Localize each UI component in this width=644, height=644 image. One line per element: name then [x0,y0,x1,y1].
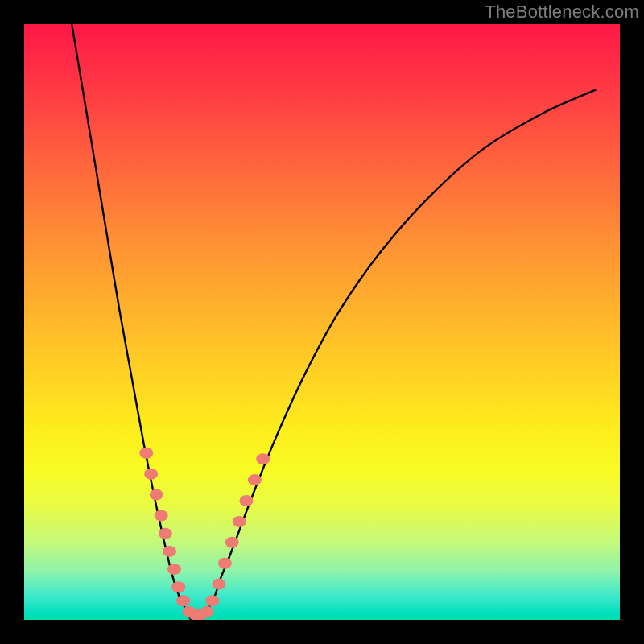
left-curve [72,24,191,620]
scatter-point [248,474,262,485]
scatter-markers [139,448,270,620]
scatter-point [218,558,232,569]
scatter-point [200,606,214,617]
scatter-point [240,495,254,506]
watermark-text: TheBottleneck.com [485,2,639,23]
scatter-point [139,448,153,459]
scatter-point [171,581,185,592]
scatter-point [163,546,176,557]
chart-frame: TheBottleneck.com [0,0,644,644]
chart-svg [24,24,620,620]
scatter-point [212,579,225,590]
right-curve [203,89,596,620]
scatter-point [233,516,246,527]
scatter-point [176,595,190,606]
scatter-point [256,453,270,464]
scatter-point [225,537,239,548]
scatter-point [150,489,163,501]
scatter-point [205,595,219,606]
plot-area [24,24,620,620]
scatter-point [144,469,158,480]
scatter-point [155,510,168,522]
scatter-point [167,564,181,575]
scatter-point [159,528,172,539]
